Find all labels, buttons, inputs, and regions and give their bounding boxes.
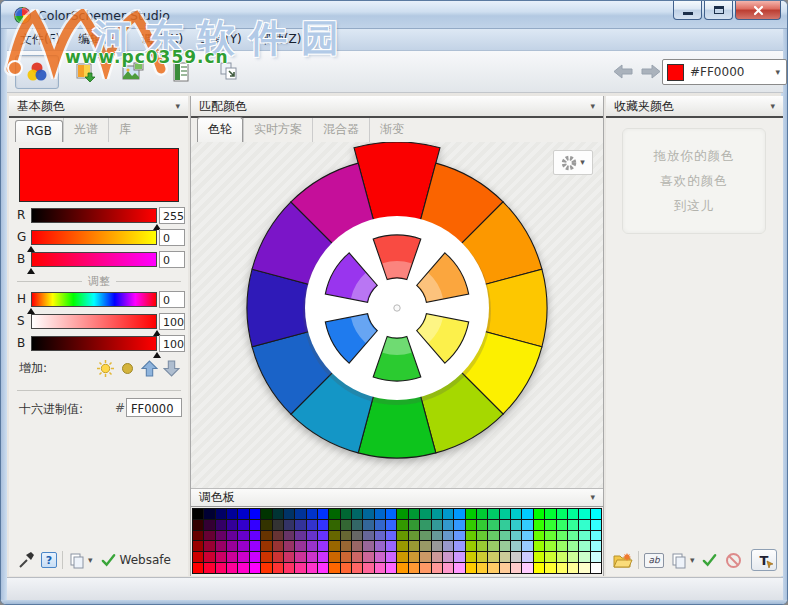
palette-cell[interactable] [193, 563, 203, 573]
palette-cell[interactable] [273, 563, 283, 573]
palette-cell[interactable] [375, 563, 385, 573]
palette-cell[interactable] [375, 552, 385, 562]
palette-cell[interactable] [443, 509, 453, 519]
rgb-r-value-input[interactable]: 255 [159, 207, 185, 224]
palette-cell[interactable] [557, 541, 567, 551]
palette-cell[interactable] [216, 509, 226, 519]
rgb-b-track[interactable] [31, 252, 157, 267]
current-color-combobox[interactable]: #FF0000 ▾ [662, 59, 787, 85]
favorites-dropzone[interactable]: 拖放你的颜色 喜欢的颜色 到这儿 [622, 128, 766, 234]
palette-cell[interactable] [329, 541, 339, 551]
palette-cell[interactable] [238, 520, 248, 530]
palette-cell[interactable] [568, 541, 578, 551]
palette-cell[interactable] [204, 520, 214, 530]
palette-cell[interactable] [511, 552, 521, 562]
palette-cell[interactable] [273, 509, 283, 519]
palette-cell[interactable] [477, 520, 487, 530]
palette-cell[interactable] [454, 563, 464, 573]
palette-cell[interactable] [477, 541, 487, 551]
palette-cell[interactable] [397, 531, 407, 541]
palette-cell[interactable] [375, 541, 385, 551]
palette-cell[interactable] [261, 531, 271, 541]
hsb-s-slider[interactable] [31, 314, 157, 329]
palette-cell[interactable] [397, 541, 407, 551]
palette-cell[interactable] [227, 541, 237, 551]
palette-cell[interactable] [420, 563, 430, 573]
palette-cell[interactable] [545, 520, 555, 530]
rgb-r-slider[interactable] [31, 208, 157, 223]
palette-cell[interactable] [534, 509, 544, 519]
apply-button[interactable] [702, 549, 717, 571]
palette-cell[interactable] [204, 563, 214, 573]
hex-value-input[interactable]: FF0000 [126, 398, 182, 417]
palette-cell[interactable] [477, 552, 487, 562]
hsb-h-value-input[interactable]: 0 [159, 291, 185, 308]
menu-item-tools[interactable]: 工具(Y) [192, 29, 251, 50]
palette-cell[interactable] [261, 520, 271, 530]
minimize-button[interactable] [673, 1, 702, 20]
palette-cell[interactable] [295, 563, 305, 573]
palette-cell[interactable] [227, 552, 237, 562]
matching-colors-header[interactable]: 匹配颜色 ▾ [191, 96, 603, 118]
forward-arrow-icon[interactable] [641, 64, 661, 79]
palette-cell[interactable] [466, 552, 476, 562]
palette-cell[interactable] [443, 520, 453, 530]
open-palette-button[interactable] [612, 549, 633, 571]
palette-cell[interactable] [318, 531, 328, 541]
chevron-down-icon[interactable]: ▾ [775, 68, 780, 77]
palette-cell[interactable] [341, 563, 351, 573]
brighten-button[interactable] [95, 358, 115, 378]
palette-cell[interactable] [522, 509, 532, 519]
palette-cell[interactable] [397, 563, 407, 573]
palette-cell[interactable] [466, 531, 476, 541]
palette-cell[interactable] [318, 541, 328, 551]
palette-cell[interactable] [250, 531, 260, 541]
palette-cell[interactable] [522, 531, 532, 541]
websafe-check[interactable] [101, 549, 116, 571]
palette-cell[interactable] [432, 563, 442, 573]
palette-cell[interactable] [534, 541, 544, 551]
palette-cell[interactable] [261, 552, 271, 562]
palette-cell[interactable] [432, 531, 442, 541]
palette-cell[interactable] [488, 509, 498, 519]
palette-cell[interactable] [307, 520, 317, 530]
palette-cell[interactable] [375, 509, 385, 519]
palette-cell[interactable] [522, 541, 532, 551]
menu-item-file[interactable]: 文件(F) [11, 29, 69, 50]
rgb-g-track[interactable] [31, 230, 157, 245]
text-tool-button[interactable]: T [751, 549, 777, 571]
palette-cell[interactable] [363, 509, 373, 519]
tab-color-wheel[interactable]: 色轮 [197, 117, 243, 142]
palette-cell[interactable] [386, 509, 396, 519]
palette-cell[interactable] [397, 552, 407, 562]
palette-cell[interactable] [500, 563, 510, 573]
palette-cell[interactable] [363, 531, 373, 541]
tab-gradient[interactable]: 渐变 [369, 118, 414, 142]
palette-cell[interactable] [227, 531, 237, 541]
back-arrow-icon[interactable] [613, 64, 633, 79]
palette-cell[interactable] [568, 563, 578, 573]
palette-cell[interactable] [363, 520, 373, 530]
palette-cell[interactable] [534, 531, 544, 541]
palette-cell[interactable] [204, 541, 214, 551]
palette-cell[interactable] [420, 552, 430, 562]
palette-cell[interactable] [579, 520, 589, 530]
palette-cell[interactable] [454, 520, 464, 530]
palette-cell[interactable] [454, 509, 464, 519]
palette-cell[interactable] [284, 531, 294, 541]
menu-item-help[interactable]: 帮助(Z) [251, 29, 311, 50]
palette-cell[interactable] [261, 509, 271, 519]
favorite-colors-header[interactable]: 收藏夹颜色 ▾ [606, 96, 783, 118]
palette-cell[interactable] [216, 531, 226, 541]
palette-cell[interactable] [534, 552, 544, 562]
tab-library[interactable]: 库 [108, 118, 141, 142]
palette-cell[interactable] [591, 552, 601, 562]
palette-header[interactable]: 调色板 ▾ [191, 488, 603, 507]
hsb-b-value-input[interactable]: 100 [159, 335, 185, 352]
palette-cell[interactable] [534, 520, 544, 530]
palette-cell[interactable] [250, 541, 260, 551]
palette-cell[interactable] [579, 552, 589, 562]
copy-dropdown-caret[interactable]: ▾ [88, 549, 93, 571]
basic-colors-header[interactable]: 基本颜色 ▾ [9, 96, 188, 118]
palette-cell[interactable] [432, 541, 442, 551]
